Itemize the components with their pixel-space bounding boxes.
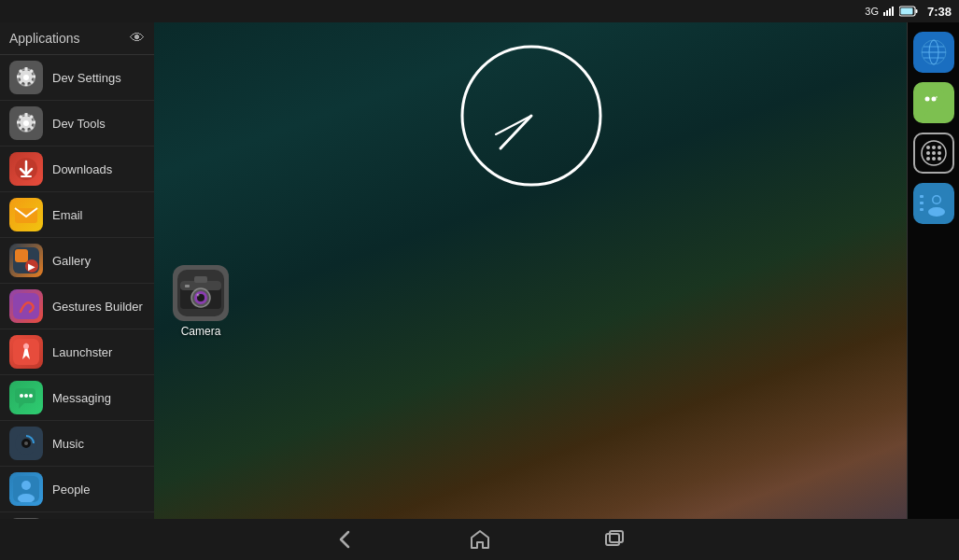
dock-apps-icon[interactable] — [913, 133, 954, 174]
svg-point-64 — [938, 151, 941, 155]
svg-rect-0 — [883, 12, 885, 16]
downloads-label: Downloads — [52, 162, 112, 176]
sidebar-item-gestures-builder[interactable]: Gestures Builder — [0, 284, 154, 329]
dev-settings-icon — [9, 61, 43, 94]
svg-rect-1 — [886, 10, 888, 16]
sidebar-item-launchster[interactable]: Launchster — [0, 329, 154, 375]
gallery-icon: ▶ — [9, 244, 43, 277]
sidebar-item-dev-tools[interactable]: Dev Tools — [0, 101, 154, 147]
svg-point-62 — [926, 151, 930, 155]
home-button[interactable] — [469, 528, 491, 551]
svg-point-28 — [21, 481, 31, 490]
visibility-icon[interactable]: 👁 — [130, 30, 145, 47]
recent-icon — [603, 528, 626, 551]
svg-rect-70 — [920, 202, 924, 204]
globe-svg — [920, 38, 948, 66]
dock-browser-icon[interactable] — [913, 32, 954, 73]
svg-marker-54 — [924, 109, 929, 117]
status-bar: 3G 7:38 — [0, 0, 959, 22]
people-label: People — [52, 483, 90, 497]
svg-rect-6 — [900, 8, 912, 15]
svg-point-60 — [932, 146, 936, 149]
svg-rect-69 — [920, 195, 924, 198]
messaging-icon — [9, 381, 43, 414]
svg-point-56 — [931, 97, 936, 102]
launchster-label: Launchster — [52, 345, 112, 359]
signal-icon — [882, 5, 896, 18]
svg-rect-42 — [194, 276, 207, 283]
svg-rect-71 — [920, 208, 924, 211]
dev-tools-icon — [9, 106, 43, 140]
status-icons: 3G 7:38 — [865, 5, 952, 19]
recent-apps-button[interactable] — [603, 528, 626, 551]
svg-point-73 — [928, 207, 945, 217]
gestures-builder-label: Gestures Builder — [52, 300, 143, 314]
svg-point-67 — [938, 157, 941, 161]
back-icon — [334, 528, 357, 551]
svg-rect-13 — [15, 249, 28, 262]
svg-rect-10 — [21, 175, 32, 177]
gestures-builder-icon — [9, 289, 43, 323]
svg-rect-2 — [889, 8, 891, 16]
home-icon — [469, 528, 491, 551]
email-label: Email — [52, 208, 83, 222]
svg-point-22 — [24, 394, 28, 398]
svg-marker-20 — [19, 403, 24, 409]
svg-point-63 — [932, 151, 936, 155]
downloads-icon — [9, 152, 43, 186]
svg-point-55 — [924, 97, 929, 102]
svg-rect-76 — [606, 534, 619, 545]
svg-line-37 — [501, 116, 531, 148]
sidebar: Applications 👁 Dev SettingsDev ToolsDown… — [0, 22, 154, 560]
svg-point-74 — [933, 197, 939, 203]
svg-line-38 — [496, 116, 531, 134]
status-time: 7:38 — [927, 5, 952, 19]
svg-rect-16 — [13, 293, 39, 319]
dev-settings-label: Dev Settings — [52, 71, 121, 85]
back-button[interactable] — [334, 528, 357, 551]
sidebar-item-email[interactable]: Email — [0, 192, 154, 238]
svg-text:▶: ▶ — [28, 261, 35, 272]
contacts-svg — [918, 188, 950, 219]
svg-point-59 — [926, 146, 930, 149]
camera-icon-svg — [177, 270, 224, 316]
svg-rect-47 — [185, 285, 190, 287]
sidebar-items-container: Dev SettingsDev ToolsDownloadsEmail▶Gall… — [0, 55, 154, 560]
svg-rect-3 — [892, 7, 894, 16]
clock-widget — [457, 41, 606, 190]
svg-point-61 — [938, 146, 941, 149]
svg-point-26 — [24, 441, 28, 445]
sidebar-item-gallery[interactable]: ▶Gallery — [0, 238, 154, 284]
camera-label: Camera — [181, 325, 221, 338]
launchster-icon — [9, 335, 43, 369]
dock-chat-icon[interactable] — [913, 82, 954, 123]
dock-contacts-icon[interactable] — [913, 183, 954, 224]
sidebar-title: Applications — [9, 31, 80, 46]
people-icon — [9, 472, 43, 506]
camera-icon-img — [173, 265, 229, 321]
email-icon — [9, 198, 43, 231]
sidebar-item-dev-settings[interactable]: Dev Settings — [0, 55, 154, 101]
clock-face — [457, 41, 606, 190]
sidebar-item-downloads[interactable]: Downloads — [0, 147, 154, 192]
svg-marker-75 — [472, 531, 488, 548]
right-dock — [908, 22, 959, 519]
svg-rect-5 — [915, 9, 917, 13]
sidebar-item-messaging[interactable]: Messaging — [0, 375, 154, 421]
messaging-label: Messaging — [52, 391, 111, 405]
svg-point-18 — [23, 343, 29, 349]
svg-point-57 — [936, 96, 938, 98]
dev-tools-label: Dev Tools — [52, 117, 106, 131]
music-label: Music — [52, 437, 84, 451]
sidebar-item-people[interactable]: People — [0, 467, 154, 512]
network-indicator: 3G — [865, 6, 879, 17]
apps-svg — [920, 139, 948, 167]
camera-desktop-icon[interactable]: Camera — [173, 265, 229, 338]
gallery-label: Gallery — [52, 254, 91, 268]
svg-point-65 — [926, 157, 930, 161]
svg-point-23 — [29, 394, 33, 398]
sidebar-item-music[interactable]: Music — [0, 421, 154, 467]
sidebar-header: Applications 👁 — [0, 22, 154, 55]
nav-bar — [0, 519, 959, 560]
desktop-area: Camera — [154, 22, 908, 519]
